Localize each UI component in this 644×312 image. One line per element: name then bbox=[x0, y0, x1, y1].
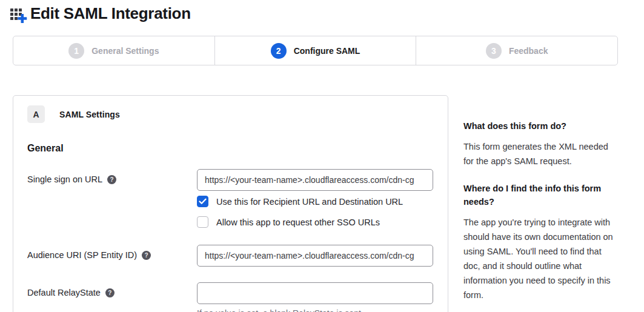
step-label: Configure SAML bbox=[294, 46, 360, 56]
help-icon[interactable]: ? bbox=[142, 251, 151, 260]
help-section-heading: What does this form do? bbox=[463, 119, 614, 133]
wizard-stepper: 1 General Settings 2 Configure SAML 3 Fe… bbox=[13, 36, 618, 65]
field-label-cell: Default RelayState ? bbox=[27, 282, 197, 297]
step-number-badge: 2 bbox=[271, 43, 287, 59]
app-grid-add-icon bbox=[10, 5, 28, 24]
step-label: Feedback bbox=[509, 46, 548, 56]
saml-settings-panel: A SAML Settings General Single sign on U… bbox=[13, 95, 448, 312]
page-header: Edit SAML Integration bbox=[10, 4, 191, 23]
help-section-what: What does this form do? This form genera… bbox=[463, 119, 614, 168]
help-section-body: The app you're trying to integrate with … bbox=[463, 215, 614, 302]
single-sign-on-url-label: Single sign on URL bbox=[27, 174, 102, 184]
audience-uri-input[interactable] bbox=[197, 245, 433, 267]
help-section-where: Where do I find the info this form needs… bbox=[463, 182, 614, 302]
step-number-badge: 3 bbox=[486, 43, 502, 59]
help-sidebar: What does this form do? This form genera… bbox=[463, 119, 614, 302]
help-section-body: This form generates the XML needed for t… bbox=[463, 139, 614, 168]
panel-section-title: SAML Settings bbox=[59, 110, 120, 119]
other-sso-urls-checkbox[interactable] bbox=[197, 216, 208, 228]
help-icon[interactable]: ? bbox=[107, 175, 116, 184]
field-row-single-sign-on-url: Single sign on URL ? bbox=[27, 169, 433, 191]
audience-uri-label: Audience URI (SP Entity ID) bbox=[27, 250, 137, 260]
field-input-cell bbox=[197, 169, 433, 191]
recipient-destination-checkbox-label: Use this for Recipient URL and Destinati… bbox=[216, 197, 403, 207]
step-label: General Settings bbox=[91, 46, 159, 56]
default-relaystate-input[interactable] bbox=[197, 282, 433, 304]
field-row-default-relaystate: Default RelayState ? If no value is set,… bbox=[27, 282, 433, 312]
help-section-heading: Where do I find the info this form needs… bbox=[463, 182, 614, 208]
panel-header: A SAML Settings bbox=[27, 105, 433, 123]
single-sign-on-url-input[interactable] bbox=[197, 169, 433, 191]
step-configure-saml[interactable]: 2 Configure SAML bbox=[215, 36, 417, 65]
recipient-destination-checkbox[interactable] bbox=[197, 196, 208, 207]
field-row-audience-uri: Audience URI (SP Entity ID) ? bbox=[27, 245, 433, 267]
recipient-destination-checkbox-row: Use this for Recipient URL and Destinati… bbox=[197, 196, 433, 207]
step-number-badge: 1 bbox=[68, 43, 84, 59]
page-title: Edit SAML Integration bbox=[30, 4, 191, 23]
field-input-cell bbox=[197, 245, 433, 267]
field-input-cell: If no value is set, a blank RelayState i… bbox=[197, 282, 433, 312]
check-icon bbox=[199, 198, 207, 205]
default-relaystate-label: Default RelayState bbox=[27, 288, 101, 297]
help-icon[interactable]: ? bbox=[105, 288, 115, 297]
section-a-badge: A bbox=[27, 105, 45, 123]
other-sso-urls-checkbox-label: Allow this app to request other SSO URLs bbox=[216, 217, 380, 227]
general-group-title: General bbox=[27, 143, 433, 154]
step-general-settings[interactable]: 1 General Settings bbox=[13, 36, 215, 65]
other-sso-urls-checkbox-row: Allow this app to request other SSO URLs bbox=[197, 216, 433, 228]
relaystate-helper-text: If no value is set, a blank RelayState i… bbox=[197, 308, 433, 312]
step-feedback[interactable]: 3 Feedback bbox=[416, 36, 617, 65]
field-label-cell: Audience URI (SP Entity ID) ? bbox=[27, 245, 197, 260]
field-label-cell: Single sign on URL ? bbox=[27, 169, 197, 184]
